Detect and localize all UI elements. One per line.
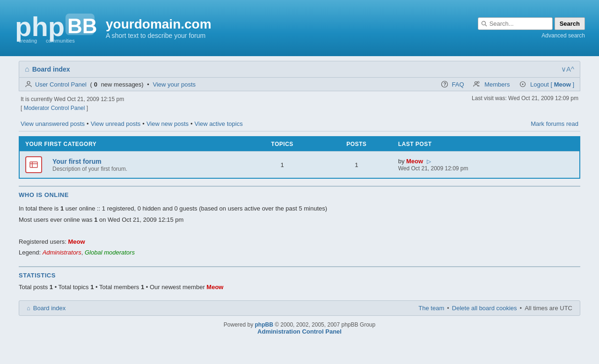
unread-posts-link[interactable]: View unread posts xyxy=(91,120,141,127)
quick-links-left: View unanswered posts • View unread post… xyxy=(21,120,243,127)
new-messages-count: 0 xyxy=(94,81,97,88)
category-header: YOUR FIRST CATEGORY xyxy=(19,137,244,152)
view-posts-link[interactable]: View your posts xyxy=(153,81,196,88)
nav-new-messages-text: new messages) xyxy=(99,81,144,88)
online-count: 1 xyxy=(60,205,64,212)
footer-right: The team • Delete all board cookies • Al… xyxy=(418,305,572,312)
timezone-info: All times are UTC xyxy=(525,305,572,312)
advanced-search-link[interactable]: Advanced search xyxy=(541,32,585,39)
info-bar: It is currently Wed Oct 21, 2009 12:15 p… xyxy=(19,91,580,116)
logout-icon xyxy=(519,80,526,88)
members-icon xyxy=(473,80,481,88)
statistics-title: STATISTICS xyxy=(19,266,580,281)
svg-text:php: php xyxy=(15,12,65,42)
info-left: It is currently Wed Oct 21, 2009 12:15 p… xyxy=(21,95,124,113)
forum-table: YOUR FIRST CATEGORY TOPICS POSTS LAST PO… xyxy=(19,136,580,179)
mod-panel-link[interactable]: Moderator Control Panel xyxy=(24,105,85,111)
phpbb-logo: php BB creating communities xyxy=(14,12,98,44)
nav-space-1 xyxy=(468,81,470,88)
active-topics-link[interactable]: View active topics xyxy=(195,120,243,127)
nav-left: User Control Panel (0 new messages) • Vi… xyxy=(25,80,196,88)
new-posts-link[interactable]: View new posts xyxy=(146,120,189,127)
logo-area: php BB creating communities yourdomain.c… xyxy=(14,12,212,44)
forum-info-cell: Your first forum Description of your fir… xyxy=(47,152,244,179)
home-icon: ⌂ xyxy=(25,65,29,73)
forum-row: Your first forum Description of your fir… xyxy=(19,152,580,179)
font-size-controls[interactable]: ∨Α^ xyxy=(561,65,574,73)
view-newest-icon[interactable]: ▷ xyxy=(427,158,431,165)
nav-right: ? FAQ Members Logout [ Meow ] xyxy=(441,80,574,88)
ucp-link[interactable]: User Control Panel xyxy=(35,81,87,88)
legend-admins-link[interactable]: Administrators xyxy=(43,249,81,256)
who-is-online-title: WHO IS ONLINE xyxy=(19,186,580,200)
nav-separator-paren: ( xyxy=(88,81,92,88)
online-line2: Most users ever online was 1 on Wed Oct … xyxy=(19,214,580,225)
unanswered-posts-link[interactable]: View unanswered posts xyxy=(21,120,85,127)
search-row: Search xyxy=(478,17,585,30)
logout-link[interactable]: Logout [ Meow ] xyxy=(530,81,574,88)
legend-line: Legend: Administrators, Global moderator… xyxy=(19,247,580,258)
who-is-online-content: In total there is 1 user online :: 1 reg… xyxy=(19,200,580,261)
footer-board-index-link[interactable]: Board index xyxy=(33,305,66,312)
footer-board-index: ⌂ Board index xyxy=(27,305,66,312)
posts-count: 1 xyxy=(321,152,393,179)
registered-users-line: Registered users: Meow xyxy=(19,236,580,247)
forum-description: Description of your first forum. xyxy=(52,166,127,172)
svg-text:creating: creating xyxy=(19,38,37,44)
last-post-header: LAST POST xyxy=(393,137,580,152)
svg-point-8 xyxy=(475,82,477,84)
ucp-icon xyxy=(25,80,32,88)
online-line1: In total there is 1 user online :: 1 reg… xyxy=(19,203,580,214)
topics-count: 1 xyxy=(244,152,321,179)
search-area: Search Advanced search xyxy=(478,17,585,39)
topics-header: TOPICS xyxy=(244,137,321,152)
last-post-date: Wed Oct 21, 2009 12:09 pm xyxy=(398,165,468,172)
registered-user-link[interactable]: Meow xyxy=(68,238,85,245)
forum-name-link[interactable]: Your first forum xyxy=(52,158,102,165)
main-content: ⌂ Board index ∨Α^ User Control Panel (0 … xyxy=(14,61,585,341)
footer-bar: ⌂ Board index The team • Delete all boar… xyxy=(19,300,580,316)
the-team-link[interactable]: The team xyxy=(418,305,444,312)
delete-cookies-link[interactable]: Delete all board cookies xyxy=(452,305,517,312)
search-input[interactable] xyxy=(478,17,553,30)
svg-rect-12 xyxy=(30,162,37,167)
site-description: A short text to describe your forum xyxy=(106,32,212,39)
svg-text:communities: communities xyxy=(46,38,75,44)
nav-bullet-1: • xyxy=(146,81,151,88)
forum-icon-svg xyxy=(29,160,38,169)
nav-space-2 xyxy=(513,81,515,88)
quick-links: View unanswered posts • View unread post… xyxy=(19,116,580,131)
svg-point-9 xyxy=(477,81,479,83)
last-post-cell: by Meow ▷ Wed Oct 21, 2009 12:09 pm xyxy=(393,152,580,179)
board-index-link[interactable]: Board index xyxy=(32,66,70,73)
svg-point-11 xyxy=(522,84,524,85)
svg-point-5 xyxy=(27,81,30,84)
mod-panel-container: [ Moderator Control Panel ] xyxy=(21,104,124,113)
svg-text:BB: BB xyxy=(67,15,97,37)
site-title: yourdomain.com A short text to describe … xyxy=(106,17,212,39)
admin-panel-link[interactable]: Administration Control Panel xyxy=(24,328,575,335)
search-button[interactable]: Search xyxy=(555,17,585,30)
current-time: It is currently Wed Oct 21, 2009 12:15 p… xyxy=(21,95,124,104)
phpbb-link[interactable]: phpBB xyxy=(255,321,273,328)
last-post-by-text: by xyxy=(398,158,405,165)
newest-member-link[interactable]: Meow xyxy=(206,284,223,291)
statistics-content: Total posts 1 • Total topics 1 • Total m… xyxy=(19,281,580,293)
faq-icon: ? xyxy=(441,80,448,88)
bottom-bar: Powered by phpBB © 2000, 2002, 2005, 200… xyxy=(19,316,580,341)
site-domain: yourdomain.com xyxy=(106,17,212,32)
last-visit: Last visit was: Wed Oct 21, 2009 12:09 p… xyxy=(472,95,578,102)
total-members: 1 xyxy=(141,284,144,291)
forum-table-header: YOUR FIRST CATEGORY TOPICS POSTS LAST PO… xyxy=(19,137,580,152)
nav-bar: User Control Panel (0 new messages) • Vi… xyxy=(19,78,580,91)
mark-forums-read-link[interactable]: Mark forums read xyxy=(531,120,578,127)
members-link[interactable]: Members xyxy=(484,81,510,88)
total-posts: 1 xyxy=(50,284,53,291)
last-post-user-link[interactable]: Meow xyxy=(406,158,423,165)
posts-header: POSTS xyxy=(321,137,393,152)
footer-home-icon: ⌂ xyxy=(27,305,30,312)
legend-mods-link[interactable]: Global moderators xyxy=(85,249,135,256)
total-topics: 1 xyxy=(90,284,94,291)
faq-link[interactable]: FAQ xyxy=(452,81,464,88)
forum-status-icon xyxy=(25,156,42,173)
